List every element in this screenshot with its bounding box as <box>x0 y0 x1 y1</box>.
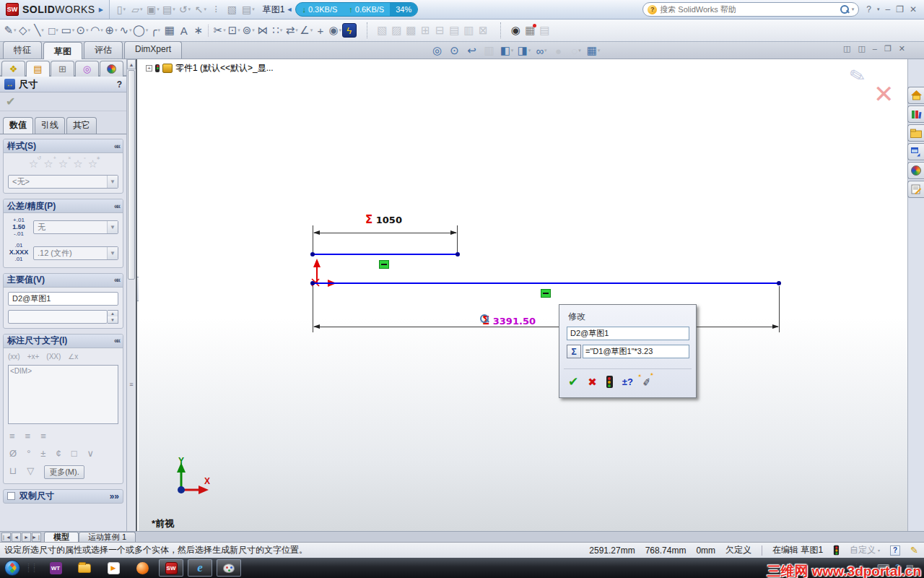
doc-restore-button[interactable]: ❐ <box>884 44 892 53</box>
tab-sketch[interactable]: 草图 <box>43 42 82 59</box>
plusminus-symbol-icon[interactable]: ± <box>40 448 45 459</box>
line-icon[interactable]: ╲▾ <box>32 22 46 38</box>
polygon-icon[interactable]: ⊕▾ <box>104 22 118 38</box>
network-monitor-widget[interactable]: ↓0.3KB/S ↑0.6KB/S 34% <box>295 2 418 17</box>
trim-entities-icon[interactable]: ✂▾ <box>212 22 227 38</box>
dim-value-format-icon[interactable]: (xx) <box>8 353 20 361</box>
save-style-icon[interactable]: ☆▫ <box>73 158 82 171</box>
dimension-text-box[interactable]: <DIM> <box>8 365 118 424</box>
dim-paren-format-icon[interactable]: (XX) <box>46 353 61 361</box>
dim1-text[interactable]: Σ 1050 <box>365 213 402 226</box>
collapse-chevron-icon[interactable]: «« <box>114 202 119 210</box>
dim2-text[interactable]: Σ 3391.50 <box>480 314 489 323</box>
start-button[interactable] <box>4 560 20 576</box>
spin-up-icon[interactable]: ▲ <box>108 311 118 317</box>
repair-sketch-icon[interactable]: ϟ <box>342 23 357 38</box>
doc-close-button[interactable]: ✕ <box>899 44 905 53</box>
rectangle-icon[interactable]: □▾ <box>46 22 61 38</box>
custom-dropdown[interactable]: 自定义▾ <box>850 544 880 556</box>
dim-offset-text-icon[interactable]: +x+ <box>27 353 40 361</box>
part-root-label[interactable]: 零件1 (默认<<默认>_显... <box>175 62 274 74</box>
align-right-icon[interactable]: ≡ <box>40 431 46 441</box>
configuration-manager-tab[interactable]: ⊞ <box>51 61 74 77</box>
feature-tree-root[interactable]: + 零件1 (默认<<默认>_显... <box>146 62 274 74</box>
close-button[interactable]: ✕ <box>910 4 917 14</box>
dimension-name-input[interactable]: D2@草图1 <box>567 327 689 340</box>
load-style-icon[interactable]: ☆∗ <box>88 158 97 171</box>
rebuild-button[interactable] <box>606 376 613 388</box>
last-tab-button[interactable]: ►❘ <box>32 532 41 542</box>
surface-icon[interactable]: ▦ <box>162 22 177 38</box>
diameter-symbol-icon[interactable]: Ø <box>9 448 17 459</box>
display-style-icon[interactable]: ◨▾ <box>517 43 531 59</box>
spin-increment-button[interactable]: ±? <box>622 376 633 387</box>
search-caret-icon[interactable]: ▾ <box>852 7 855 12</box>
smart-dimension-icon[interactable]: ◇▾ <box>17 22 32 38</box>
slot-icon[interactable]: ▭▾ <box>61 22 75 38</box>
new-file-icon[interactable]: ▯▾ <box>114 1 128 17</box>
view-settings-icon[interactable]: ▦▾ <box>586 43 601 59</box>
dual-dimension-group[interactable]: 双制尺寸 »» <box>3 489 123 504</box>
task-pane-file-explorer-tab[interactable] <box>907 124 924 142</box>
help-caret-icon[interactable]: ▾ <box>877 7 880 12</box>
dim-leader-format-icon[interactable]: ∠x <box>68 353 78 361</box>
task-pane-view-palette-tab[interactable] <box>907 143 924 160</box>
task-pane-home-tab[interactable] <box>907 87 924 104</box>
cancel-button[interactable]: ✖ <box>588 376 597 389</box>
dimension-name-field[interactable]: D2@草图1 <box>8 292 118 306</box>
tab-features[interactable]: 特征 <box>3 41 42 59</box>
separator[interactable] <box>208 24 210 37</box>
search-input[interactable] <box>660 5 837 14</box>
taskbar-app-wt[interactable]: WT <box>43 559 68 577</box>
task-pane-custom-properties-tab[interactable] <box>907 181 924 198</box>
panel-scrollbar[interactable]: ▲ ≡ <box>127 59 137 531</box>
centerline-symbol-icon[interactable]: ¢ <box>56 448 61 459</box>
apply-scene-icon[interactable]: ◌▾ <box>569 43 583 59</box>
dropdown-arrow-icon[interactable]: ▼ <box>107 176 118 188</box>
move-entities-icon[interactable]: ⇄▾ <box>284 22 299 38</box>
collapse-chevron-icon[interactable]: «« <box>114 337 119 345</box>
horizontal-constraint-icon[interactable] <box>379 260 389 269</box>
add-style-icon[interactable]: ☆+ <box>43 158 53 171</box>
linear-pattern-icon[interactable]: ∷▾ <box>270 22 284 38</box>
tab-value[interactable]: 数值 <box>3 117 33 134</box>
display-relations-icon[interactable]: ∠▾ <box>299 22 313 38</box>
sketch-point[interactable] <box>777 281 781 285</box>
cancel-sketch-corner-icon[interactable]: ✕ <box>873 79 894 108</box>
doc-pane-button-1[interactable]: ◫ <box>843 44 850 53</box>
dropdown-arrow-icon[interactable]: ▼ <box>107 247 118 259</box>
sketch-point[interactable] <box>310 281 315 285</box>
degree-symbol-icon[interactable]: ° <box>27 448 30 459</box>
ellipse-icon[interactable]: ◯▾ <box>133 22 148 38</box>
point-icon[interactable]: ∗ <box>191 22 206 38</box>
screen-capture-icon[interactable]: ◉ <box>508 22 523 38</box>
tab-other[interactable]: 其它 <box>66 117 97 134</box>
feature-manager-tab[interactable]: ❖ <box>1 61 25 77</box>
property-manager-tab[interactable]: ▤ <box>26 61 50 77</box>
expand-chevron-icon[interactable]: »» <box>110 491 119 501</box>
dim2-line[interactable] <box>314 327 778 327</box>
ok-button[interactable]: ✔ <box>6 95 15 108</box>
quick-tips-icon[interactable]: ? <box>890 545 900 556</box>
save-icon[interactable]: ▣▾ <box>146 1 160 17</box>
add-relation-icon[interactable]: + <box>313 22 328 38</box>
tolerance-dropdown[interactable]: 无▼ <box>33 220 118 234</box>
hide-show-items-icon[interactable]: ∞▾ <box>534 43 549 59</box>
scroll-up-icon[interactable]: ▲ <box>127 59 136 69</box>
dimxpert-manager-tab[interactable]: ◎ <box>75 61 99 77</box>
first-tab-button[interactable]: ❘◄ <box>1 532 11 542</box>
convert-entities-icon[interactable]: ⊡▾ <box>227 22 241 38</box>
minimize-button[interactable]: – <box>885 4 890 14</box>
select-icon[interactable]: ↖▾ <box>193 1 208 17</box>
taskbar-app-paint-tool[interactable] <box>217 559 241 577</box>
display-manager-tab[interactable] <box>100 61 123 77</box>
capture-save-icon[interactable]: ▤ <box>537 22 552 38</box>
sketch-line-2[interactable] <box>313 282 779 284</box>
accept-button[interactable]: ✔ <box>568 374 578 389</box>
sketch-point[interactable] <box>456 252 460 256</box>
align-center-icon[interactable]: ≡ <box>25 431 31 441</box>
print-icon[interactable]: ▤▾ <box>162 1 176 17</box>
counterbore-symbol-icon[interactable]: ⊔ <box>9 465 17 479</box>
apply-default-style-icon[interactable]: ☆↺ <box>29 158 38 171</box>
options-icon[interactable]: ▤▾ <box>241 1 256 17</box>
